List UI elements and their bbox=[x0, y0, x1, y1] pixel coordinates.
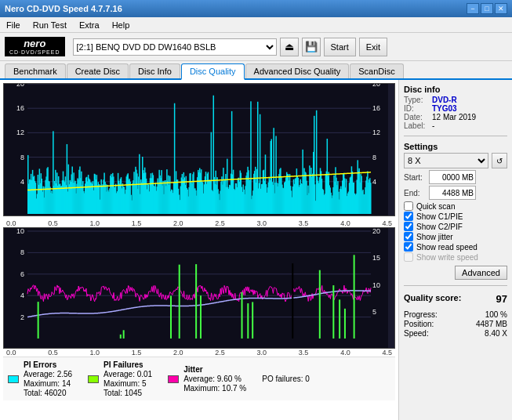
jitter-max: Maximum: 10.7 % bbox=[183, 384, 246, 393]
tab-bar: Benchmark Create Disc Disc Info Disc Qua… bbox=[0, 61, 512, 80]
show-c1-label: Show C1/PIE bbox=[416, 212, 463, 221]
show-write-speed-checkbox[interactable] bbox=[404, 252, 413, 262]
maximize-button[interactable]: □ bbox=[481, 3, 493, 14]
refresh-button[interactable]: ↺ bbox=[492, 153, 507, 168]
show-write-speed-row: Show write speed bbox=[404, 252, 507, 262]
pi-failures-stat: PI Failures Average: 0.01 Maximum: 5 Tot… bbox=[88, 360, 152, 397]
disc-date-val: 12 Mar 2019 bbox=[432, 113, 476, 121]
menu-extra[interactable]: Extra bbox=[76, 20, 103, 30]
jitter-stat: Jitter Average: 9.60 % Maximum: 10.7 % bbox=[168, 360, 246, 397]
quality-score-label: Quality score: bbox=[404, 293, 461, 305]
tab-scandisc[interactable]: ScanDisc bbox=[350, 63, 403, 78]
disc-type-val: DVD-R bbox=[432, 96, 457, 104]
position-val: 4487 MB bbox=[476, 320, 507, 328]
pi-failures-avg: Average: 0.01 bbox=[103, 370, 152, 378]
show-c1-checkbox[interactable] bbox=[404, 212, 413, 221]
exit-button[interactable]: Exit bbox=[359, 38, 387, 56]
title-bar: Nero CD-DVD Speed 4.7.7.16 − □ ✕ bbox=[0, 0, 512, 17]
divider-1 bbox=[404, 136, 507, 136]
speed-select[interactable]: 8 X bbox=[404, 153, 488, 168]
show-jitter-label: Show jitter bbox=[416, 233, 453, 241]
pi-errors-label: PI Errors bbox=[24, 360, 72, 369]
tab-disc-info[interactable]: Disc Info bbox=[129, 63, 180, 78]
progress-val: 100 % bbox=[485, 310, 507, 319]
tab-advanced-disc-quality[interactable]: Advanced Disc Quality bbox=[245, 63, 350, 78]
menu-help[interactable]: Help bbox=[109, 20, 133, 30]
menu-bar: File Run Test Extra Help bbox=[0, 17, 512, 33]
drive-selector[interactable]: [2:1] BENQ DVD DD DW1640 BSLB bbox=[73, 38, 277, 56]
start-label: Start: bbox=[404, 173, 426, 182]
tab-benchmark[interactable]: Benchmark bbox=[5, 63, 66, 78]
speed-row: Speed: 8.40 X bbox=[404, 329, 507, 338]
menu-run-test[interactable]: Run Test bbox=[30, 20, 70, 30]
quick-scan-label: Quick scan bbox=[416, 202, 455, 211]
show-c2-label: Show C2/PIF bbox=[416, 223, 463, 231]
jitter-legend bbox=[168, 375, 179, 383]
top-chart bbox=[3, 83, 395, 216]
save-button[interactable]: 💾 bbox=[302, 38, 321, 56]
position-label: Position: bbox=[404, 320, 434, 328]
settings-section: Settings 8 X ↺ Start: End: Quick scan bbox=[404, 142, 507, 280]
nero-logo: nero CD·DVD/SPEED bbox=[5, 37, 65, 57]
disc-info-title: Disc info bbox=[404, 85, 507, 94]
toolbar: nero CD·DVD/SPEED [2:1] BENQ DVD DD DW16… bbox=[0, 33, 512, 61]
tab-disc-quality[interactable]: Disc Quality bbox=[181, 63, 245, 80]
advanced-button[interactable]: Advanced bbox=[455, 266, 507, 280]
end-mb-row: End: bbox=[404, 186, 507, 200]
menu-file[interactable]: File bbox=[3, 20, 24, 30]
divider-2 bbox=[404, 285, 507, 286]
pi-failures-max: Maximum: 5 bbox=[103, 379, 152, 388]
start-button[interactable]: Start bbox=[324, 38, 356, 56]
bottom-chart-xaxis: 0.00.5 1.01.5 2.02.5 3.03.5 4.04.5 bbox=[3, 349, 395, 357]
minimize-button[interactable]: − bbox=[467, 3, 479, 14]
show-read-speed-checkbox[interactable] bbox=[404, 242, 413, 252]
show-read-speed-label: Show read speed bbox=[416, 243, 478, 252]
stats-bar: PI Errors Average: 2.56 Maximum: 14 Tota… bbox=[3, 357, 395, 400]
quick-scan-row: Quick scan bbox=[404, 201, 507, 211]
start-mb-row: Start: bbox=[404, 170, 507, 184]
disc-type-row: Type: DVD-R bbox=[404, 96, 507, 104]
pi-errors-stat: PI Errors Average: 2.56 Maximum: 14 Tota… bbox=[8, 360, 72, 397]
end-mb-input[interactable] bbox=[429, 186, 476, 200]
progress-section: Progress: 100 % Position: 4487 MB Speed:… bbox=[404, 310, 507, 339]
close-button[interactable]: ✕ bbox=[495, 3, 507, 14]
po-failures-label: PO failures: 0 bbox=[262, 375, 310, 383]
speed-row: 8 X ↺ bbox=[404, 153, 507, 168]
disc-id-val: TYG03 bbox=[432, 104, 457, 113]
eject-button[interactable]: ⏏ bbox=[280, 38, 299, 56]
position-row: Position: 4487 MB bbox=[404, 320, 507, 328]
show-jitter-row: Show jitter bbox=[404, 232, 507, 241]
po-failures-stat: PO failures: 0 bbox=[262, 360, 310, 397]
main-content: 0.00.5 1.01.5 2.02.5 3.03.5 4.04.5 0.00.… bbox=[0, 80, 512, 420]
disc-id-row: ID: TYG03 bbox=[404, 104, 507, 113]
window-controls: − □ ✕ bbox=[467, 3, 507, 14]
show-jitter-checkbox[interactable] bbox=[404, 232, 413, 241]
show-c1-row: Show C1/PIE bbox=[404, 212, 507, 221]
pi-failures-label: PI Failures bbox=[103, 360, 152, 369]
settings-title: Settings bbox=[404, 142, 507, 151]
show-c2-row: Show C2/PIF bbox=[404, 222, 507, 231]
top-chart-xaxis: 0.00.5 1.01.5 2.02.5 3.03.5 4.04.5 bbox=[3, 219, 395, 227]
show-read-speed-row: Show read speed bbox=[404, 242, 507, 252]
quality-score-row: Quality score: 97 bbox=[404, 293, 507, 305]
right-panel: Disc info Type: DVD-R ID: TYG03 Date: 12… bbox=[398, 80, 512, 420]
start-mb-input[interactable] bbox=[429, 170, 476, 184]
disc-date-row: Date: 12 Mar 2019 bbox=[404, 113, 507, 121]
show-c2-checkbox[interactable] bbox=[404, 222, 413, 231]
app-title: Nero CD-DVD Speed 4.7.7.16 bbox=[5, 4, 122, 13]
pi-errors-avg: Average: 2.56 bbox=[24, 370, 72, 378]
jitter-avg: Average: 9.60 % bbox=[183, 375, 246, 383]
disc-label-row: Label: - bbox=[404, 121, 507, 130]
progress-row: Progress: 100 % bbox=[404, 310, 507, 319]
speed-val: 8.40 X bbox=[485, 329, 507, 338]
speed-label: Speed: bbox=[404, 329, 429, 338]
end-label: End: bbox=[404, 189, 426, 197]
pi-failures-legend bbox=[88, 375, 99, 383]
bottom-chart bbox=[3, 227, 395, 349]
disc-label-val: - bbox=[432, 121, 434, 130]
tab-create-disc[interactable]: Create Disc bbox=[67, 63, 129, 78]
quick-scan-checkbox[interactable] bbox=[404, 201, 413, 211]
progress-label: Progress: bbox=[404, 310, 438, 319]
quality-score-value: 97 bbox=[496, 293, 507, 305]
pi-failures-total: Total: 1045 bbox=[103, 389, 152, 397]
